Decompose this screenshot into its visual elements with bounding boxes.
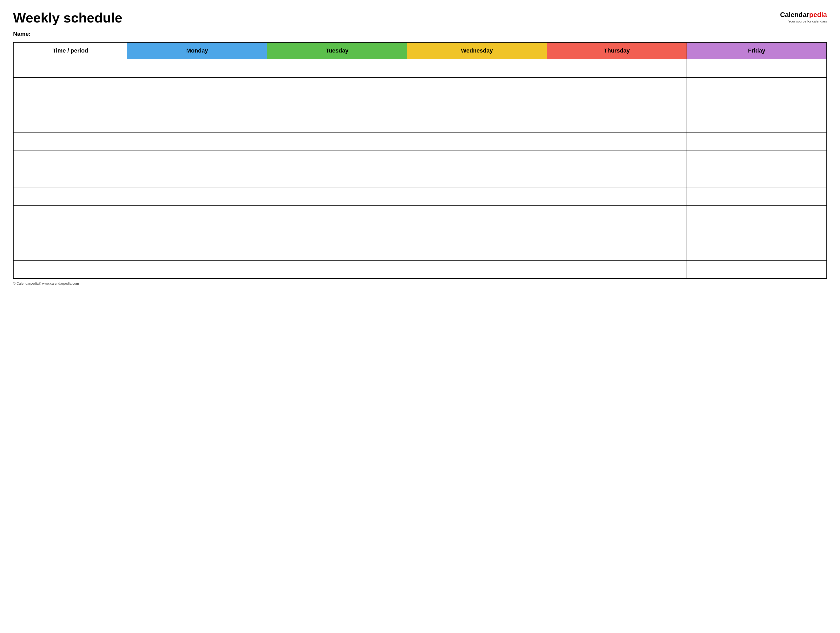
table-cell[interactable] <box>547 169 687 187</box>
table-cell[interactable] <box>267 132 407 150</box>
table-cell[interactable] <box>687 96 827 114</box>
table-cell[interactable] <box>407 96 547 114</box>
table-row <box>13 224 827 242</box>
brand-logo: Calendarpedia Your source for calendars <box>780 11 827 24</box>
table-cell[interactable] <box>547 132 687 150</box>
table-cell[interactable] <box>687 242 827 260</box>
table-cell[interactable] <box>127 114 267 132</box>
table-cell[interactable] <box>687 150 827 169</box>
table-cell[interactable] <box>13 224 127 242</box>
table-cell[interactable] <box>13 150 127 169</box>
table-cell[interactable] <box>547 205 687 224</box>
table-cell[interactable] <box>267 260 407 279</box>
table-row <box>13 260 827 279</box>
table-cell[interactable] <box>127 224 267 242</box>
table-body <box>13 59 827 279</box>
table-cell[interactable] <box>127 132 267 150</box>
table-cell[interactable] <box>13 114 127 132</box>
table-row <box>13 59 827 77</box>
table-cell[interactable] <box>407 114 547 132</box>
brand-calendar-text: Calendar <box>780 11 809 19</box>
page-title: Weekly schedule <box>13 11 122 25</box>
table-row <box>13 77 827 96</box>
table-cell[interactable] <box>687 187 827 205</box>
table-cell[interactable] <box>687 77 827 96</box>
table-cell[interactable] <box>547 96 687 114</box>
table-cell[interactable] <box>407 132 547 150</box>
table-cell[interactable] <box>407 59 547 77</box>
col-header-tuesday: Tuesday <box>267 43 407 59</box>
table-cell[interactable] <box>267 205 407 224</box>
table-cell[interactable] <box>407 169 547 187</box>
table-cell[interactable] <box>547 187 687 205</box>
table-cell[interactable] <box>687 260 827 279</box>
table-cell[interactable] <box>127 169 267 187</box>
table-cell[interactable] <box>127 260 267 279</box>
table-row <box>13 205 827 224</box>
table-row <box>13 114 827 132</box>
table-row <box>13 96 827 114</box>
table-cell[interactable] <box>13 169 127 187</box>
schedule-table: Time / period Monday Tuesday Wednesday T… <box>13 42 827 279</box>
table-cell[interactable] <box>547 260 687 279</box>
table-cell[interactable] <box>407 242 547 260</box>
table-row <box>13 242 827 260</box>
table-cell[interactable] <box>267 150 407 169</box>
table-cell[interactable] <box>687 114 827 132</box>
table-cell[interactable] <box>547 77 687 96</box>
brand-name: Calendarpedia <box>780 11 827 19</box>
page-header: Weekly schedule Calendarpedia Your sourc… <box>13 11 827 25</box>
table-cell[interactable] <box>687 59 827 77</box>
col-header-friday: Friday <box>687 43 827 59</box>
table-cell[interactable] <box>267 96 407 114</box>
table-cell[interactable] <box>687 205 827 224</box>
table-cell[interactable] <box>407 150 547 169</box>
table-cell[interactable] <box>13 132 127 150</box>
table-cell[interactable] <box>13 96 127 114</box>
table-cell[interactable] <box>127 242 267 260</box>
table-cell[interactable] <box>267 242 407 260</box>
footer: © Calendarpedia® www.calendarpedia.com <box>13 281 827 286</box>
table-cell[interactable] <box>13 59 127 77</box>
table-cell[interactable] <box>407 260 547 279</box>
table-cell[interactable] <box>13 187 127 205</box>
table-cell[interactable] <box>127 205 267 224</box>
table-cell[interactable] <box>267 59 407 77</box>
table-row <box>13 169 827 187</box>
table-cell[interactable] <box>127 187 267 205</box>
table-cell[interactable] <box>687 132 827 150</box>
table-cell[interactable] <box>127 150 267 169</box>
table-cell[interactable] <box>547 242 687 260</box>
table-row <box>13 187 827 205</box>
table-cell[interactable] <box>407 205 547 224</box>
table-row <box>13 150 827 169</box>
table-cell[interactable] <box>687 224 827 242</box>
table-cell[interactable] <box>687 169 827 187</box>
table-cell[interactable] <box>127 59 267 77</box>
table-cell[interactable] <box>267 224 407 242</box>
table-cell[interactable] <box>13 260 127 279</box>
table-header-row: Time / period Monday Tuesday Wednesday T… <box>13 43 827 59</box>
table-cell[interactable] <box>407 224 547 242</box>
table-cell[interactable] <box>267 77 407 96</box>
table-cell[interactable] <box>407 187 547 205</box>
table-cell[interactable] <box>267 169 407 187</box>
table-cell[interactable] <box>13 205 127 224</box>
brand-tagline: Your source for calendars <box>780 19 827 24</box>
table-cell[interactable] <box>13 77 127 96</box>
table-cell[interactable] <box>13 242 127 260</box>
table-cell[interactable] <box>127 77 267 96</box>
col-header-monday: Monday <box>127 43 267 59</box>
table-cell[interactable] <box>547 59 687 77</box>
table-cell[interactable] <box>267 187 407 205</box>
table-cell[interactable] <box>407 77 547 96</box>
name-label: Name: <box>13 31 827 37</box>
table-cell[interactable] <box>267 114 407 132</box>
table-cell[interactable] <box>547 224 687 242</box>
table-cell[interactable] <box>127 96 267 114</box>
col-header-thursday: Thursday <box>547 43 687 59</box>
table-row <box>13 132 827 150</box>
table-cell[interactable] <box>547 150 687 169</box>
col-header-time: Time / period <box>13 43 127 59</box>
table-cell[interactable] <box>547 114 687 132</box>
